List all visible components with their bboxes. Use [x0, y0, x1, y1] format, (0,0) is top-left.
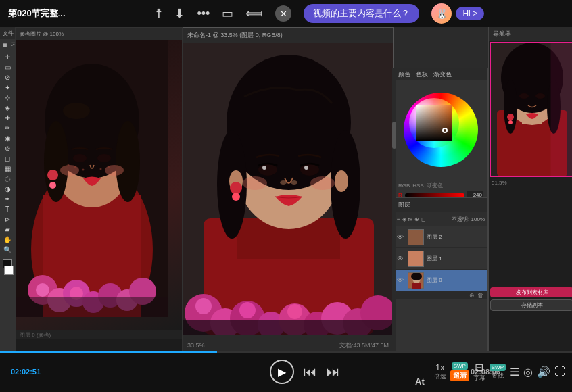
layer-tool-2[interactable]: ◈ [402, 216, 406, 222]
list-btn[interactable]: ☰ [510, 366, 519, 378]
svg-point-46 [335, 170, 348, 192]
bg-color[interactable] [4, 266, 14, 275]
scrollbar-thumb[interactable] [392, 122, 396, 149]
layer-add-icon[interactable]: ⊕ [469, 292, 475, 299]
tool-shape[interactable]: ▰ [5, 226, 10, 233]
tool-heal[interactable]: ✚ [5, 114, 10, 122]
tool-history[interactable]: ⊚ [5, 145, 10, 152]
r-bar[interactable] [405, 193, 464, 197]
layer-tool-5[interactable]: ◻ [421, 216, 426, 222]
speed-icon: 1x [435, 362, 445, 372]
color-square[interactable] [416, 105, 452, 141]
scrollbar-v[interactable] [392, 68, 396, 351]
subtitle-btn[interactable]: ⊟ 字幕 [473, 361, 485, 383]
svg-point-50 [310, 176, 335, 190]
color-tab-swatches[interactable]: 色板 [416, 70, 428, 79]
svg-point-41 [262, 166, 266, 170]
tool-brush[interactable]: ✏ [5, 124, 10, 132]
next-button[interactable]: ⏭ [327, 364, 340, 380]
tool-eraser[interactable]: ◻ [5, 155, 10, 162]
layer-delete-icon[interactable]: 🗑 [477, 292, 483, 299]
tool-hand[interactable]: ✋ [3, 236, 11, 243]
svg-point-44 [291, 180, 297, 185]
svg-point-6 [44, 121, 68, 202]
ref-panel-header: 参考图片 @ 100% [16, 28, 182, 40]
layers-toolbar: ≡ ◈ fx ⊕ ◻ 不透明: 100% [394, 212, 487, 226]
color-tab-gradient[interactable]: 渐变色 [433, 70, 452, 79]
layer-tool-1[interactable]: ≡ [397, 216, 400, 222]
tool-gradient[interactable]: ▦ [5, 165, 11, 172]
layer-item-2[interactable]: 👁 图层 2 [394, 226, 487, 248]
layer-eye-0[interactable]: 👁 [397, 276, 405, 285]
preview-image[interactable] [490, 42, 572, 177]
layer-eye-2[interactable]: 👁 [397, 233, 405, 241]
hd-btn[interactable]: SWP 超清 [450, 362, 469, 381]
doc-name: 未命名-1 @ 33.5% (图层 0, RGB/8) [187, 31, 283, 40]
volume-icon: 🔊 [537, 366, 550, 378]
ps-menu-file[interactable]: 文件 [3, 30, 14, 37]
tool-zoom[interactable]: 🔍 [3, 246, 11, 253]
minimize-icon[interactable]: ⟽ [245, 6, 263, 21]
tool-path[interactable]: ⊳ [5, 216, 10, 223]
svg-point-43 [280, 180, 287, 185]
more-icon[interactable]: ••• [197, 7, 210, 21]
tool-dodge[interactable]: ◑ [5, 185, 11, 193]
tool-pen[interactable]: ✒ [5, 195, 10, 203]
volume-btn[interactable]: 🔊 [537, 366, 550, 378]
close-button[interactable]: ✕ [275, 5, 291, 22]
tool-blur[interactable]: ◌ [5, 175, 11, 182]
avatar: 🐰 [431, 3, 452, 24]
ask-bar[interactable]: 视频的主要内容是什么？ [304, 4, 419, 23]
svg-point-61 [239, 302, 256, 318]
speed-btn[interactable]: 1x 倍速 [434, 362, 446, 381]
tool-crop[interactable]: ⊹ [5, 94, 10, 101]
pip-icon[interactable]: ▭ [222, 6, 233, 21]
color-cursor [442, 128, 448, 133]
action-btn-2[interactable]: 存储副本 [490, 299, 572, 311]
preview-actions: 发布到素材库 存储副本 [490, 287, 572, 311]
tool-select[interactable]: ▭ [5, 64, 11, 71]
svg-point-24 [105, 165, 124, 176]
svg-point-11 [47, 170, 58, 180]
avatar-area: 🐰 Hi > [431, 3, 484, 24]
tool-clone[interactable]: ◉ [5, 134, 11, 142]
layer-item-0[interactable]: 👁 图层 0 [394, 270, 487, 291]
tool-text[interactable]: T [5, 205, 9, 213]
play-button[interactable]: ▶ [270, 360, 294, 384]
navigator-panel: 导航器 51. [488, 27, 572, 351]
progress-fill [0, 351, 217, 353]
svg-point-60 [195, 298, 212, 314]
layer-tool-4[interactable]: ⊕ [414, 216, 419, 222]
layer-item-1[interactable]: 👁 图层 1 [394, 248, 487, 270]
layer-thumb-0 [408, 272, 424, 289]
ask-text: 视频的主要内容是什么？ [313, 7, 410, 20]
search-btn[interactable]: SWP 查找 [490, 364, 506, 381]
svg-point-72 [504, 80, 517, 134]
fullscreen-btn[interactable]: ⛶ [554, 366, 565, 378]
layer-tool-3[interactable]: fx [408, 216, 412, 222]
layer-name-2: 图层 2 [427, 233, 485, 241]
download-icon[interactable]: ⬇ [174, 6, 185, 21]
svg-point-62 [287, 304, 302, 319]
layer-name-1: 图层 1 [427, 255, 485, 262]
prev-button[interactable]: ⏮ [304, 364, 317, 380]
svg-point-76 [507, 114, 514, 120]
layer-eye-1[interactable]: 👁 [397, 255, 405, 263]
layer-thumb-icon [408, 273, 425, 289]
color-tab-color[interactable]: 颜色 [398, 70, 410, 79]
color-wheel[interactable] [397, 86, 485, 174]
target-btn[interactable]: ◎ [523, 366, 533, 378]
svg-point-8 [63, 103, 90, 119]
ref-panel-footer: 图层 0 (参考) [16, 330, 182, 339]
tool-eyedrop[interactable]: ◈ [5, 104, 10, 112]
action-btn-1[interactable]: 发布到素材库 [490, 287, 572, 297]
svg-rect-79 [551, 43, 572, 176]
at-badge[interactable]: At [415, 376, 425, 387]
tool-wand[interactable]: ✦ [5, 84, 10, 91]
svg-point-27 [68, 164, 70, 166]
zoom-level: 33.5% [187, 342, 205, 349]
share-icon[interactable]: ☨ [156, 6, 162, 21]
hi-button[interactable]: Hi > [456, 7, 484, 20]
tool-move[interactable]: ✛ [5, 53, 10, 61]
tool-lasso[interactable]: ⊘ [5, 74, 10, 81]
